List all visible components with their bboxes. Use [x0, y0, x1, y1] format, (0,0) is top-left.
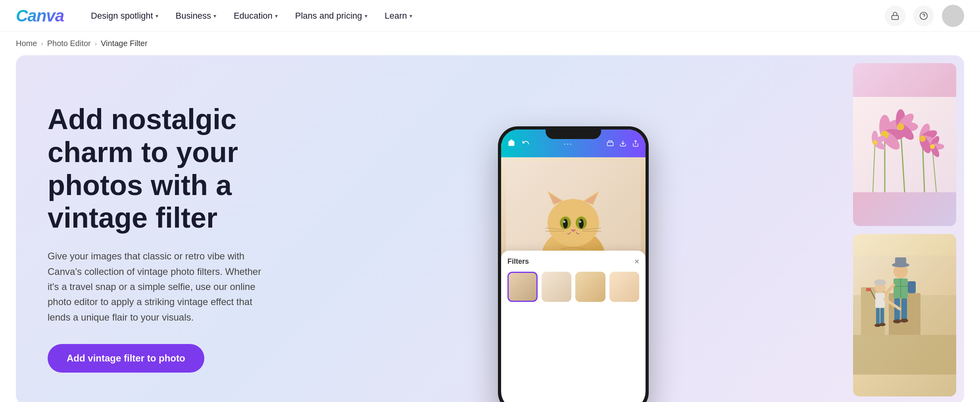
filters-close-button[interactable]: ×	[634, 257, 639, 266]
nav-plans-pricing[interactable]: Plans and pricing ▾	[288, 7, 375, 25]
phone-mockup: ···	[498, 126, 649, 402]
chevron-down-icon: ▾	[275, 13, 278, 19]
filters-label: Filters	[507, 257, 529, 266]
svg-rect-0	[892, 15, 899, 19]
breadcrumb-photo-editor[interactable]: Photo Editor	[47, 39, 91, 48]
breadcrumb-current: Vintage Filter	[101, 39, 147, 48]
home-icon	[507, 139, 515, 149]
canva-logo[interactable]: Canva	[16, 6, 64, 25]
filters-header: Filters ×	[507, 257, 639, 266]
breadcrumb-separator-1: ›	[41, 40, 43, 47]
filter-thumb-3[interactable]	[575, 272, 605, 302]
chevron-down-icon: ▾	[409, 13, 412, 19]
share-icon	[632, 140, 639, 147]
help-icon-button[interactable]	[913, 6, 934, 26]
phone-filters-panel: Filters ×	[501, 251, 646, 308]
breadcrumb-separator-2: ›	[95, 40, 97, 47]
filter-thumb-2[interactable]	[542, 272, 571, 302]
breadcrumb-home[interactable]: Home	[16, 39, 37, 48]
flowers-image	[853, 63, 956, 226]
nav-items: Design spotlight ▾ Business ▾ Education …	[84, 7, 885, 25]
hero-section: Add nostalgic charm to your photos with …	[16, 55, 964, 402]
phone-screen: ···	[501, 129, 646, 402]
add-vintage-filter-button[interactable]: Add vintage filter to photo	[48, 344, 204, 373]
people-walking-image	[853, 234, 956, 397]
svg-rect-54	[853, 97, 956, 192]
nav-education[interactable]: Education ▾	[227, 7, 285, 25]
hero-left: Add nostalgic charm to your photos with …	[16, 55, 294, 402]
nav-learn[interactable]: Learn ▾	[378, 7, 419, 25]
nav-design-spotlight[interactable]: Design spotlight ▾	[84, 7, 165, 25]
chevron-down-icon: ▾	[365, 13, 367, 19]
chevron-down-icon: ▾	[156, 13, 158, 19]
filters-row	[507, 272, 639, 302]
navbar: Canva Design spotlight ▾ Business ▾ Educ…	[0, 0, 980, 32]
help-icon	[919, 12, 928, 20]
lock-icon	[891, 12, 899, 20]
people-svg	[853, 255, 956, 375]
undo-icon	[522, 139, 530, 149]
filter-thumb-1[interactable]	[507, 272, 538, 302]
hero-right-images	[853, 55, 964, 402]
hero-title: Add nostalgic charm to your photos with …	[48, 103, 262, 234]
toolbar-actions	[607, 140, 639, 147]
nav-right	[885, 5, 964, 27]
hero-phone-area: ···	[294, 55, 853, 402]
phone-cat-image: Filters ×	[501, 157, 646, 308]
breadcrumb: Home › Photo Editor › Vintage Filter	[0, 32, 980, 55]
toolbar-dots: ···	[536, 139, 600, 148]
download-icon	[619, 140, 626, 147]
phone-notch	[546, 126, 601, 139]
user-avatar[interactable]	[942, 5, 964, 27]
flowers-svg	[853, 97, 956, 192]
hero-description: Give your images that classic or retro v…	[48, 249, 262, 325]
lock-icon-button[interactable]	[885, 6, 905, 26]
chevron-down-icon: ▾	[213, 13, 216, 19]
svg-rect-3	[607, 142, 613, 146]
layers-icon	[607, 140, 614, 147]
filter-thumb-4[interactable]	[609, 272, 639, 302]
svg-rect-82	[853, 255, 956, 375]
nav-business[interactable]: Business ▾	[169, 7, 223, 25]
